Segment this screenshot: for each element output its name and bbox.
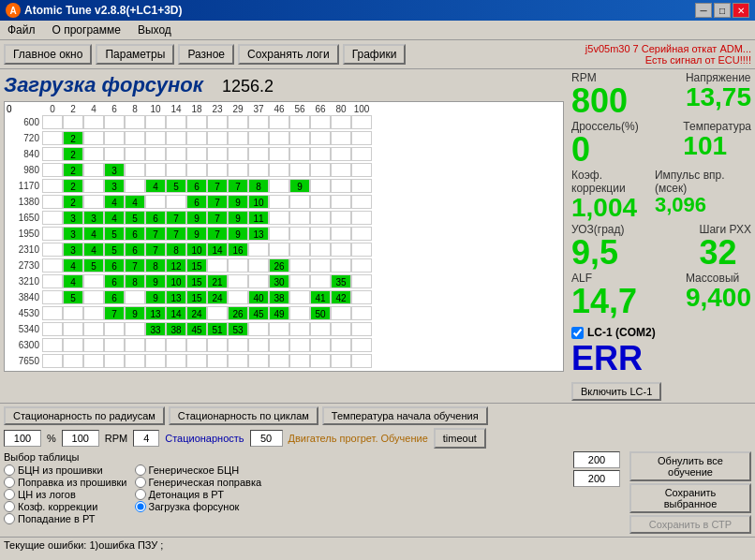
grid-cell[interactable]: 7 — [207, 195, 228, 209]
save-logs-button[interactable]: Сохранять логи — [238, 44, 339, 65]
grid-cell[interactable] — [42, 306, 63, 320]
grid-cell[interactable]: 4 — [104, 195, 125, 209]
grid-cell[interactable]: 45 — [186, 322, 207, 336]
grid-cell[interactable] — [186, 163, 207, 177]
misc-button[interactable]: Разное — [178, 44, 234, 65]
grid-cell[interactable] — [289, 195, 310, 209]
radio-gen-bcn[interactable]: Генерическое БЦН — [135, 464, 262, 476]
grid-cell[interactable] — [351, 195, 372, 209]
grid-cell[interactable] — [331, 306, 351, 320]
grid-cell[interactable]: 9 — [228, 211, 248, 225]
grid-cell[interactable] — [125, 115, 145, 129]
menu-about[interactable]: О программе — [49, 22, 125, 37]
grid-cell[interactable] — [125, 338, 145, 352]
grid-cell[interactable] — [42, 195, 63, 209]
grid-cell[interactable] — [166, 115, 186, 129]
grid-cell[interactable] — [331, 195, 351, 209]
grid-cell[interactable]: 14 — [207, 243, 228, 257]
grid-cell[interactable]: 4 — [145, 179, 166, 193]
grid-cell[interactable] — [248, 258, 269, 273]
grid-cell[interactable]: 9 — [145, 274, 166, 288]
grid-cell[interactable]: 9 — [125, 306, 145, 320]
grid-cell[interactable]: 7 — [166, 227, 186, 241]
grid-cell[interactable] — [42, 179, 63, 193]
grid-cell[interactable] — [186, 354, 207, 368]
grid-cell[interactable] — [310, 163, 331, 177]
grid-cell[interactable] — [289, 243, 310, 257]
grid-cell[interactable] — [269, 338, 289, 352]
grid-cell[interactable] — [104, 131, 125, 145]
grid-cell[interactable]: 10 — [166, 274, 186, 288]
grid-cell[interactable] — [351, 322, 372, 336]
grid-cell[interactable] — [63, 354, 83, 368]
radio-det-rt[interactable]: Детонация в РТ — [135, 489, 262, 500]
grid-cell[interactable]: 4 — [83, 227, 104, 241]
grid-cell[interactable] — [104, 354, 125, 368]
grid-cell[interactable]: 24 — [186, 306, 207, 320]
grid-cell[interactable] — [83, 290, 104, 304]
grid-cell[interactable] — [351, 131, 372, 145]
grid-cell[interactable] — [42, 274, 63, 288]
grid-cell[interactable] — [42, 163, 63, 177]
grid-cell[interactable] — [269, 115, 289, 129]
radio-cn-logs[interactable]: ЦН из логов — [4, 489, 127, 500]
grid-cell[interactable]: 2 — [63, 195, 83, 209]
minimize-button[interactable]: ─ — [695, 3, 712, 18]
grid-cell[interactable]: 16 — [228, 243, 248, 257]
grid-cell[interactable]: 7 — [145, 227, 166, 241]
grid-cell[interactable] — [228, 163, 248, 177]
grid-cell[interactable] — [351, 258, 372, 273]
grid-cell[interactable]: 3 — [104, 163, 125, 177]
grid-cell[interactable] — [351, 227, 372, 241]
save-ctr-button[interactable]: Сохранить в СТР — [629, 515, 751, 534]
grid-cell[interactable]: 38 — [166, 322, 186, 336]
grid-cell[interactable]: 13 — [145, 306, 166, 320]
grid-cell[interactable] — [83, 322, 104, 336]
small-input-1[interactable] — [573, 451, 620, 468]
grid-cell[interactable] — [228, 274, 248, 288]
grid-cell[interactable] — [310, 179, 331, 193]
grid-cell[interactable] — [125, 131, 145, 145]
grid-cell[interactable]: 6 — [186, 179, 207, 193]
grid-cell[interactable] — [228, 147, 248, 161]
grid-cell[interactable] — [351, 163, 372, 177]
grid-cell[interactable]: 5 — [166, 179, 186, 193]
grid-cell[interactable] — [207, 354, 228, 368]
grid-cell[interactable]: 15 — [186, 274, 207, 288]
grid-cell[interactable] — [145, 147, 166, 161]
grid-cell[interactable]: 7 — [207, 227, 228, 241]
grid-cell[interactable] — [331, 322, 351, 336]
grid-cell[interactable] — [145, 115, 166, 129]
grid-cell[interactable] — [269, 322, 289, 336]
grid-cell[interactable]: 15 — [186, 290, 207, 304]
grid-cell[interactable]: 38 — [269, 290, 289, 304]
reset-learning-button[interactable]: Обнулить все обучение — [629, 451, 751, 481]
grid-cell[interactable] — [63, 322, 83, 336]
enable-lc1-button[interactable]: Включить LC-1 — [571, 382, 661, 401]
temp-start-button[interactable]: Температура начала обучения — [322, 406, 488, 425]
lc1-checkbox[interactable] — [571, 327, 584, 339]
grid-cell[interactable]: 6 — [125, 227, 145, 241]
grid-cell[interactable] — [83, 274, 104, 288]
grid-cell[interactable]: 8 — [125, 274, 145, 288]
grid-cell[interactable] — [289, 147, 310, 161]
grid-cell[interactable] — [331, 338, 351, 352]
grid-cell[interactable] — [145, 195, 166, 209]
grid-cell[interactable]: 2 — [63, 163, 83, 177]
grid-cell[interactable] — [269, 243, 289, 257]
grid-cell[interactable] — [166, 163, 186, 177]
grid-cell[interactable] — [42, 338, 63, 352]
params-button[interactable]: Параметры — [96, 44, 174, 65]
grid-cell[interactable] — [331, 354, 351, 368]
grid-cell[interactable] — [42, 115, 63, 129]
grid-cell[interactable] — [310, 211, 331, 225]
grid-cell[interactable] — [331, 147, 351, 161]
grid-cell[interactable] — [207, 147, 228, 161]
grid-cell[interactable]: 3 — [83, 211, 104, 225]
grid-cell[interactable] — [207, 115, 228, 129]
grid-cell[interactable]: 4 — [125, 195, 145, 209]
grid-cell[interactable] — [289, 163, 310, 177]
grid-cell[interactable] — [331, 211, 351, 225]
grid-cell[interactable]: 30 — [269, 274, 289, 288]
grid-cell[interactable]: 10 — [248, 195, 269, 209]
